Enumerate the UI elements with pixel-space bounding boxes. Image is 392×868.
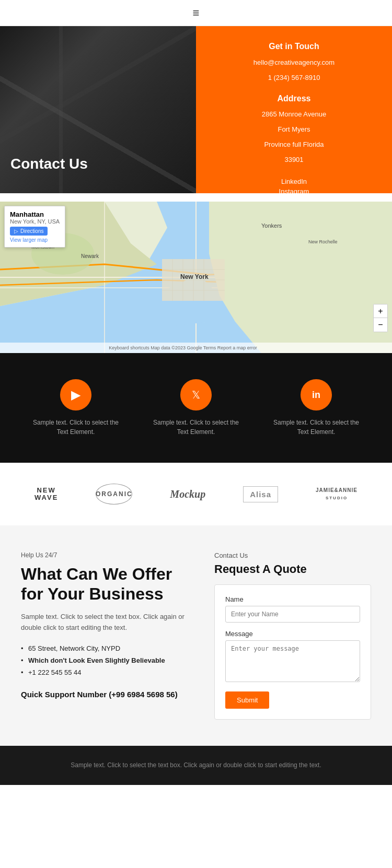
social-text-twitter: Sample text. Click to select the Text El… [149, 418, 243, 437]
address-line3: Province full Florida [209, 139, 379, 150]
offer-title: What Can We Offer for Your Business [21, 564, 193, 604]
directions-icon: ▷ [14, 228, 18, 234]
address-line4: 33901 [209, 155, 379, 166]
contact-form-title: Request A Quote [214, 562, 371, 576]
linkedin-link[interactable]: LinkedIn [209, 178, 379, 185]
hero-title: Contact Us [10, 156, 88, 172]
partner-mockup: Mockup [170, 488, 205, 500]
view-larger-map-link[interactable]: View larger map [10, 237, 60, 243]
menu-icon[interactable]: ≡ [193, 6, 200, 20]
partner-alisa: Alisa [243, 486, 278, 502]
svg-text:Keyboard shortcuts  Map data ©: Keyboard shortcuts Map data ©2023 Google… [109, 345, 257, 350]
hero-section: Contact Us Get in Touch hello@creativeag… [0, 26, 392, 193]
header: ≡ [0, 0, 392, 26]
contact-email: hello@creativeagency.com [209, 57, 379, 68]
contact-form-tag: Contact Us [214, 552, 371, 559]
twitter-icon[interactable]: 𝕏 [180, 379, 212, 410]
svg-text:Yonkers: Yonkers [261, 222, 282, 229]
contact-form-card: Name Message Submit [214, 584, 371, 720]
social-text-youtube: Sample text. Click to select the Text El… [29, 418, 123, 437]
get-in-touch-title: Get in Touch [209, 42, 379, 51]
offer-tag: Help Us 24/7 [21, 552, 193, 559]
offer-left-panel: Help Us 24/7 What Can We Offer for Your … [21, 552, 193, 720]
instagram-link[interactable]: Instagram [209, 187, 379, 195]
offer-list-item-2: Which don't Look Even Slightly Believabl… [21, 654, 193, 666]
offer-description: Sample text. Click to select the text bo… [21, 612, 193, 634]
address-title: Address [209, 92, 379, 105]
social-item-youtube: ▶ Sample text. Click to select the Text … [29, 379, 123, 437]
directions-label: Directions [20, 228, 43, 234]
hero-image: Contact Us [0, 26, 196, 193]
address-line1: 2865 Monroe Avenue [209, 109, 379, 120]
map-section: New York Newark Yonkers New Rochelle Mor… [0, 202, 392, 353]
map-zoom-controls: + − [373, 304, 388, 332]
map-location-sub: New York, NY, USA [10, 218, 60, 225]
submit-button[interactable]: Submit [225, 691, 269, 709]
name-form-group: Name [225, 595, 360, 623]
directions-button[interactable]: ▷ Directions [10, 227, 48, 236]
partner-organic: ORGANIC [96, 484, 132, 505]
partner-jamieannie: JAMIE&ANNIESTUDIO [316, 487, 358, 501]
footer-text: Sample text. Click to select the text bo… [10, 760, 382, 770]
linkedin-icon[interactable]: in [301, 379, 332, 410]
social-text-linkedin: Sample text. Click to select the Text El… [269, 418, 363, 437]
zoom-out-button[interactable]: − [374, 318, 387, 332]
social-item-linkedin: in Sample text. Click to select the Text… [269, 379, 363, 437]
address-line2: Fort Myers [209, 124, 379, 135]
map-visual: New York Newark Yonkers New Rochelle Mor… [0, 202, 392, 353]
offer-list-item-1: 65 Street, Network City, NYPD [21, 642, 193, 654]
offer-section: Help Us 24/7 What Can We Offer for Your … [0, 525, 392, 746]
name-input[interactable] [225, 606, 360, 623]
footer: Sample text. Click to select the text bo… [0, 746, 392, 785]
svg-text:New Rochelle: New Rochelle [308, 239, 338, 244]
youtube-icon[interactable]: ▶ [60, 379, 91, 410]
partner-newwave: NEWWAVE [34, 487, 58, 502]
social-item-twitter: 𝕏 Sample text. Click to select the Text … [149, 379, 243, 437]
offer-list: 65 Street, Network City, NYPD Which don'… [21, 642, 193, 678]
offer-list-item-3: +1 222 545 55 44 [21, 666, 193, 678]
map-location-name: Manhattan [10, 210, 60, 218]
partners-section: NEWWAVE ORGANIC Mockup Alisa JAMIE&ANNIE… [0, 463, 392, 525]
svg-text:New York: New York [180, 273, 209, 280]
map-overlay: Manhattan New York, NY, USA ▷ Directions… [4, 206, 65, 248]
offer-right-panel: Contact Us Request A Quote Name Message … [214, 552, 371, 720]
message-label: Message [225, 630, 360, 638]
hero-contact-panel: Get in Touch hello@creativeagency.com 1 … [196, 26, 392, 193]
contact-phone: 1 (234) 567-8910 [209, 73, 379, 84]
message-textarea[interactable] [225, 640, 360, 682]
message-form-group: Message [225, 630, 360, 684]
name-label: Name [225, 595, 360, 603]
offer-support-number: Quick Support Number (+99 6984 5698 56) [21, 689, 193, 700]
social-section: ▶ Sample text. Click to select the Text … [0, 353, 392, 463]
svg-text:Newark: Newark [81, 253, 99, 259]
zoom-in-button[interactable]: + [374, 304, 387, 318]
